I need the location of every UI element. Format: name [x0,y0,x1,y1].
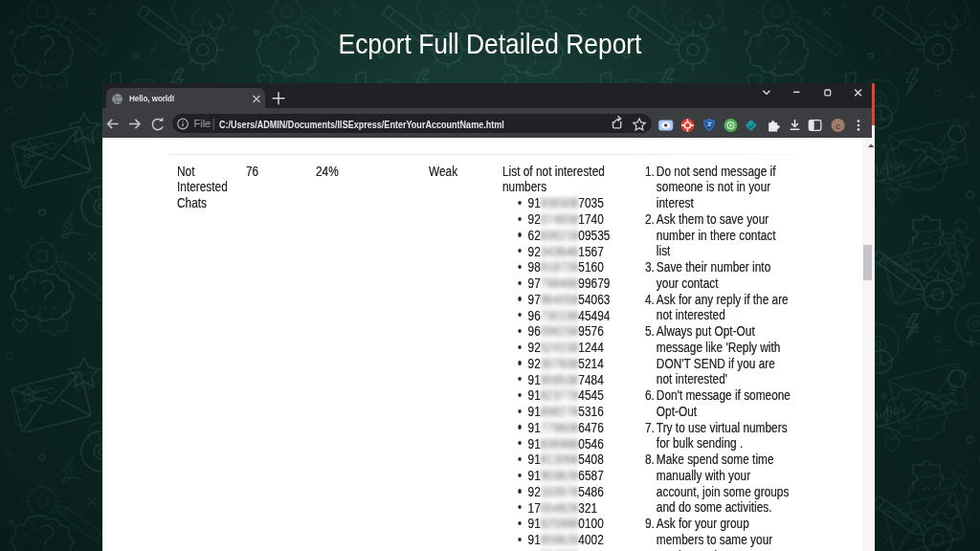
svg-text:c: c [835,121,840,131]
